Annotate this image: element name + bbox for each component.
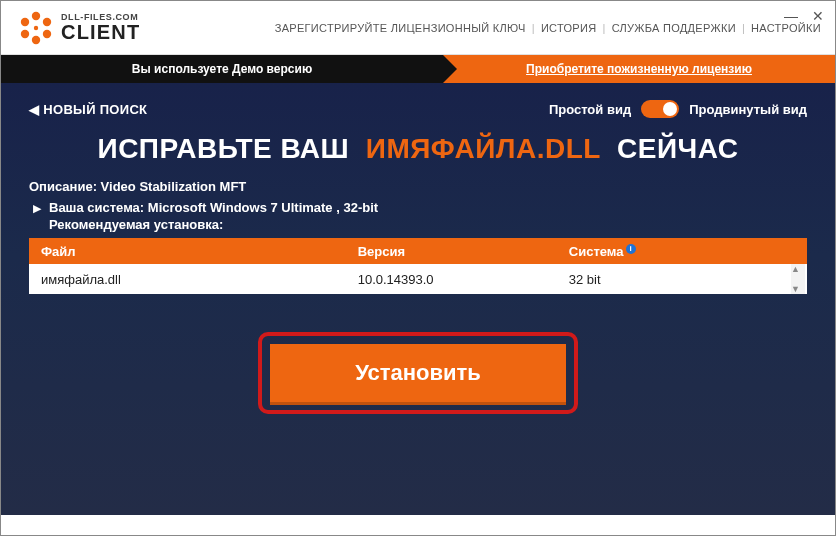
svg-point-3 bbox=[32, 35, 40, 43]
table-header: Файл Версия Системаi bbox=[29, 238, 807, 264]
description-row: Описание: Video Stabilization MFT bbox=[29, 179, 807, 194]
link-support[interactable]: СЛУЖБА ПОДДЕРЖКИ bbox=[612, 22, 736, 34]
purchase-link[interactable]: Приобретите пожизненную лицензию bbox=[443, 55, 835, 83]
cell-version: 10.0.14393.0 bbox=[358, 272, 569, 287]
recommend-label: Рекомендуемая установка: bbox=[49, 217, 378, 232]
link-register[interactable]: ЗАРЕГИСТРИРУЙТЕ ЛИЦЕНЗИОННЫЙ КЛЮЧ bbox=[275, 22, 526, 34]
close-icon[interactable]: ✕ bbox=[812, 8, 824, 24]
cell-file: имяфайла.dll bbox=[41, 272, 358, 287]
svg-point-4 bbox=[21, 29, 29, 37]
scroll-down-icon[interactable]: ▼ bbox=[791, 284, 805, 294]
svg-point-7 bbox=[34, 25, 38, 29]
system-info: Ваша система: Microsoft Windows 7 Ultima… bbox=[49, 200, 378, 215]
app-logo: DLL-FILES.COM CLIENT bbox=[19, 11, 140, 45]
logo-text-big: CLIENT bbox=[61, 22, 140, 42]
new-search-button[interactable]: ◀ НОВЫЙ ПОИСК bbox=[29, 102, 147, 117]
svg-point-0 bbox=[32, 11, 40, 19]
demo-bar: Вы используете Демо версию Приобретите п… bbox=[1, 55, 835, 83]
expand-arrow-icon[interactable]: ▶ bbox=[33, 202, 41, 215]
view-toggle[interactable] bbox=[641, 100, 679, 118]
header-version[interactable]: Версия bbox=[358, 244, 569, 259]
simple-view-label[interactable]: Простой вид bbox=[549, 102, 631, 117]
info-icon[interactable]: i bbox=[626, 244, 636, 254]
minimize-icon[interactable]: — bbox=[784, 8, 798, 24]
install-highlight: Установить bbox=[258, 332, 578, 414]
top-links: ЗАРЕГИСТРИРУЙТЕ ЛИЦЕНЗИОННЫЙ КЛЮЧ | ИСТО… bbox=[275, 22, 821, 34]
titlebar: DLL-FILES.COM CLIENT ЗАРЕГИСТРИРУЙТЕ ЛИЦ… bbox=[1, 1, 835, 55]
table-row[interactable]: имяфайла.dll 10.0.14393.0 32 bit bbox=[29, 264, 807, 294]
demo-notice: Вы используете Демо версию bbox=[1, 55, 443, 83]
install-button[interactable]: Установить bbox=[270, 344, 566, 402]
svg-point-2 bbox=[43, 29, 51, 37]
header-file[interactable]: Файл bbox=[41, 244, 358, 259]
scrollbar[interactable]: ▲ ▼ bbox=[791, 264, 805, 294]
headline: ИСПРАВЬТЕ ВАШ ИМЯФАЙЛА.DLL СЕЙЧАС bbox=[29, 133, 807, 165]
new-search-label: НОВЫЙ ПОИСК bbox=[43, 102, 147, 117]
svg-point-1 bbox=[43, 17, 51, 25]
back-arrow-icon: ◀ bbox=[29, 102, 39, 117]
results-table: Файл Версия Системаi имяфайла.dll 10.0.1… bbox=[29, 238, 807, 294]
cell-system: 32 bit bbox=[569, 272, 795, 287]
header-system[interactable]: Системаi bbox=[569, 244, 795, 259]
svg-point-5 bbox=[21, 17, 29, 25]
link-history[interactable]: ИСТОРИЯ bbox=[541, 22, 597, 34]
scroll-up-icon[interactable]: ▲ bbox=[791, 264, 805, 274]
logo-icon bbox=[19, 11, 53, 45]
main-panel: ◀ НОВЫЙ ПОИСК Простой вид Продвинутый ви… bbox=[1, 83, 835, 515]
advanced-view-label[interactable]: Продвинутый вид bbox=[689, 102, 807, 117]
